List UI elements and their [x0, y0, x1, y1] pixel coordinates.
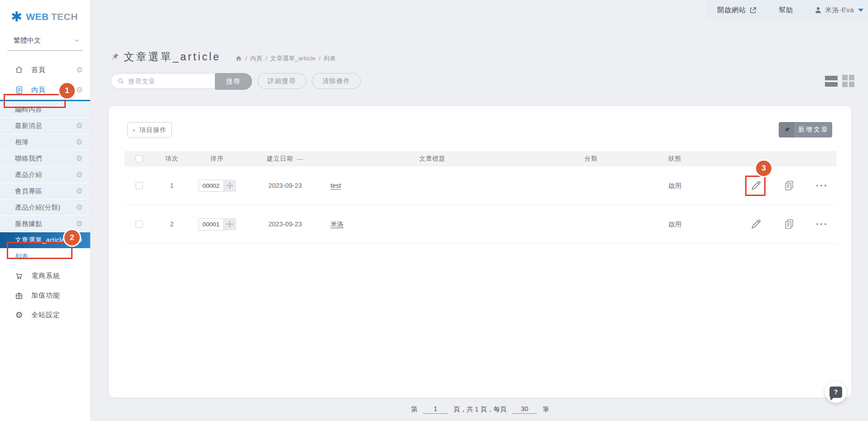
breadcrumb-list[interactable]: 列表	[324, 54, 336, 63]
submenu-item-edit-content[interactable]: 編輯內容	[0, 101, 90, 117]
gear-icon[interactable]: ⚙	[76, 155, 83, 162]
submenu-item-label: 產品介紹(分類)	[15, 203, 61, 212]
gear-icon[interactable]: ⚙	[76, 171, 83, 179]
gear-icon[interactable]: ⚙	[76, 86, 83, 94]
gift-box-icon	[14, 291, 24, 300]
sidebar-item-home[interactable]: 首頁 ⚙	[0, 60, 90, 80]
breadcrumb-article-menu[interactable]: 文章選單_article	[270, 54, 315, 63]
topbar: 開啟網站 幫助 米洛-Eva	[717, 0, 868, 20]
gear-icon[interactable]: ⚙	[76, 236, 83, 244]
help-link[interactable]: 幫助	[779, 6, 793, 15]
edit-button[interactable]	[750, 180, 762, 191]
submenu-item-album[interactable]: 相簿 ⚙	[0, 134, 90, 150]
copy-button[interactable]	[783, 218, 795, 230]
help-fab-button[interactable]: ?	[825, 381, 847, 403]
article-title-link[interactable]: test	[330, 182, 341, 189]
search-toolbar: 搜尋 詳細搜尋 清除條件	[111, 73, 361, 89]
submenu-item-label: 產品介紹	[15, 171, 42, 179]
sidebar-item-label: 加值功能	[31, 291, 60, 300]
column-header-status: 狀態	[643, 155, 707, 163]
search-icon	[117, 78, 125, 85]
drag-handle[interactable]	[224, 180, 236, 192]
submenu-item-label: 聯絡我們	[15, 154, 42, 163]
more-actions-button[interactable]	[816, 185, 826, 186]
pencil-icon	[750, 180, 762, 191]
submenu-item-list[interactable]: 列表	[0, 248, 90, 264]
submenu-item-label: 相簿	[15, 138, 29, 147]
bulk-actions-button[interactable]: › 項目操作	[127, 122, 172, 138]
user-menu[interactable]: 米洛-Eva	[814, 6, 863, 15]
drag-handle[interactable]	[224, 218, 236, 230]
gear-icon[interactable]: ⚙	[76, 122, 83, 130]
copy-button[interactable]	[783, 180, 795, 191]
row-index: 1	[154, 182, 190, 189]
grid-view-icon[interactable]	[842, 75, 854, 87]
column-header-date[interactable]: 建立日期	[267, 155, 293, 163]
copy-icon	[784, 180, 795, 191]
column-header-category: 分類	[539, 155, 643, 163]
sidebar-item-inner-pages[interactable]: 內頁 ⚙	[0, 80, 90, 100]
submenu-item-article-menu[interactable]: 文章選單_article ⚙	[0, 232, 90, 248]
more-actions-button[interactable]	[816, 223, 826, 225]
inner-pages-submenu: 編輯內容 最新消息 ⚙ 相簿 ⚙ 聯絡我們 ⚙ 產品介紹 ⚙	[0, 101, 90, 264]
submenu-item-contact[interactable]: 聯絡我們 ⚙	[0, 150, 90, 166]
add-article-button[interactable]: 新增文章	[779, 122, 832, 137]
row-checkbox[interactable]	[136, 220, 143, 228]
sidebar-item-ecommerce[interactable]: 電商系統	[0, 266, 90, 286]
open-site-link[interactable]: 開啟網站	[717, 6, 757, 15]
article-title-link[interactable]: 米洛	[330, 220, 344, 228]
sort-order-input[interactable]	[199, 218, 224, 230]
home-icon[interactable]	[235, 55, 242, 62]
asterisk-logo-icon: ✱	[11, 10, 22, 24]
row-date: 2023-09-23	[244, 220, 326, 228]
submenu-item-service-locations[interactable]: 服務據點 ⚙	[0, 215, 90, 232]
per-page-input[interactable]	[512, 405, 537, 414]
articles-table: 項次 排序 建立日期 — 文章標題 分類 狀態 1	[125, 151, 837, 244]
breadcrumb: / 內頁 / 文章選單_article / 列表	[235, 54, 336, 63]
open-site-label: 開啟網站	[717, 6, 746, 15]
select-all-checkbox[interactable]	[136, 155, 143, 162]
table-row: 1 2023-09-23 test 啟用	[125, 166, 837, 205]
breadcrumb-inner-pages[interactable]: 內頁	[250, 54, 262, 63]
gear-icon[interactable]: ⚙	[76, 187, 83, 195]
sort-indicator: —	[297, 156, 304, 162]
submenu-item-members[interactable]: 會員專區 ⚙	[0, 183, 90, 199]
bulk-actions-label: 項目操作	[140, 126, 167, 134]
page-number-input[interactable]	[423, 405, 448, 414]
search-field-group: 搜尋	[111, 73, 252, 89]
language-label: 繁體中文	[14, 36, 41, 45]
gear-icon[interactable]: ⚙	[76, 66, 83, 74]
submenu-item-label: 編輯內容	[15, 105, 42, 114]
brand-word-web: WEB	[26, 11, 49, 22]
gear-icon[interactable]: ⚙	[76, 138, 83, 146]
submenu-item-products-category[interactable]: 產品介紹(分類) ⚙	[0, 199, 90, 215]
gear-icon[interactable]: ⚙	[76, 220, 83, 228]
submenu-item-label: 服務據點	[15, 220, 42, 228]
chevron-right-icon: ›	[132, 126, 136, 134]
pin-button[interactable]	[779, 122, 795, 137]
clear-filters-button[interactable]: 清除條件	[312, 73, 361, 89]
row-checkbox[interactable]	[136, 182, 143, 189]
gear-icon[interactable]: ⚙	[76, 204, 83, 211]
sort-order-input[interactable]	[199, 180, 224, 192]
move-icon	[226, 182, 233, 189]
search-input[interactable]	[128, 78, 210, 85]
sidebar-item-label: 電商系統	[31, 272, 60, 280]
submenu-item-products[interactable]: 產品介紹 ⚙	[0, 166, 90, 183]
brand-word-tech: TECH	[51, 11, 78, 22]
breadcrumb-separator: /	[266, 55, 267, 62]
sidebar-item-site-settings[interactable]: ⚙ 全站設定	[0, 305, 90, 325]
row-date: 2023-09-23	[244, 182, 326, 189]
pagination-middle: 頁，共 1 頁，每頁	[453, 405, 507, 414]
submenu-item-label: 會員專區	[15, 187, 42, 196]
list-view-icon[interactable]	[825, 76, 838, 87]
submenu-item-news[interactable]: 最新消息 ⚙	[0, 117, 90, 134]
table-row: 2 2023-09-23 米洛 啟用	[125, 205, 837, 244]
search-button[interactable]: 搜尋	[215, 73, 252, 90]
home-icon	[14, 65, 24, 74]
sidebar-item-addons[interactable]: 加值功能	[0, 286, 90, 305]
language-selector[interactable]: 繁體中文	[7, 36, 83, 51]
advanced-search-button[interactable]: 詳細搜尋	[257, 73, 306, 89]
sidebar: ✱ WEB TECH 繁體中文 首頁 ⚙ 內頁 ⚙	[0, 0, 91, 421]
edit-button[interactable]	[750, 218, 762, 230]
